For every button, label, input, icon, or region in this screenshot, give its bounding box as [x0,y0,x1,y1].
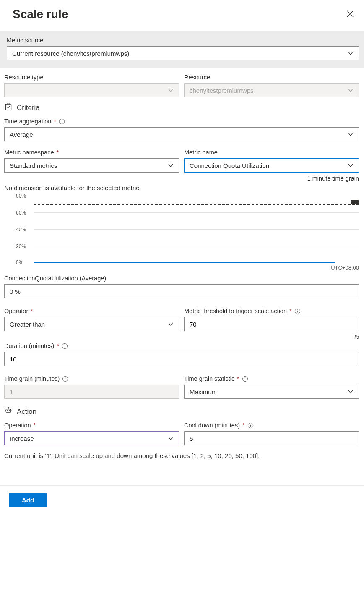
svg-rect-19 [6,409,11,413]
time-aggregation-value: Average [10,131,348,138]
operator-dropdown[interactable]: Greater than [4,317,179,331]
metric-namespace-dropdown[interactable]: Standard metrics [4,158,179,173]
duration-label: Duration (minutes)* [4,343,359,349]
chevron-down-icon [168,87,174,93]
metric-source-label: Metric source [7,37,359,44]
info-icon[interactable] [62,343,68,349]
chevron-down-icon [168,162,174,168]
action-icon [4,406,13,417]
operation-value: Increase [10,435,168,442]
chart-data-line [34,262,335,263]
time-grain-statistic-dropdown[interactable]: Maximum [184,385,359,399]
chart-ytick: 60% [16,210,26,216]
resource-value: chenyltestpremiumwps [190,87,348,94]
metric-source-value: Current resource (chenyltestpremiumwps) [12,50,348,57]
resource-type-label: Resource type [4,74,179,81]
chevron-down-icon [348,131,354,137]
svg-point-23 [9,410,10,411]
chevron-down-icon [348,87,354,93]
metric-namespace-label: Metric namespace* [4,149,179,156]
svg-point-9 [297,309,298,310]
cooldown-input[interactable] [184,431,359,445]
criteria-heading: Criteria [4,102,359,113]
current-value-label: ConnectionQuotaUtilization (Average) [4,275,359,282]
chart-ytick: 80% [16,193,26,199]
no-dimension-text: No dimension is available for the select… [4,184,359,191]
page-title: Scale rule [13,8,68,21]
close-icon [346,13,354,19]
metric-namespace-value: Standard metrics [10,162,168,169]
time-grain-label: Time grain (minutes) [4,375,179,382]
chart-ytick: 0% [16,259,23,265]
info-icon[interactable] [294,308,301,314]
operator-label: Operator* [4,308,179,314]
chevron-down-icon [348,50,354,56]
svg-point-28 [250,424,251,424]
unit-info-text: Current unit is '1'; Unit can scale up a… [4,452,359,459]
threshold-label: Metric threshold to trigger scale action… [184,308,359,314]
metric-name-hint: 1 minute time grain [184,175,359,182]
threshold-unit: % [184,333,359,340]
action-heading: Action [4,406,359,417]
cooldown-label: Cool down (minutes)* [184,422,359,429]
metric-name-value: Connection Quota Utilization [190,162,348,169]
svg-point-15 [65,377,65,377]
info-icon[interactable] [62,376,68,382]
current-value-display: 0 % [4,284,359,298]
chevron-down-icon [168,321,174,327]
resource-label: Resource [184,74,359,81]
metric-source-dropdown[interactable]: Current resource (chenyltestpremiumwps) [7,46,359,60]
svg-point-18 [245,377,245,377]
time-aggregation-label: Time aggregation* [4,118,359,125]
info-icon[interactable] [242,376,248,382]
metric-name-dropdown[interactable]: Connection Quota Utilization [184,158,359,173]
time-aggregation-dropdown[interactable]: Average [4,127,359,141]
chart-ytick: 40% [16,227,26,233]
time-grain-statistic-value: Maximum [190,388,348,395]
svg-point-6 [62,120,62,120]
operation-label: Operation* [4,422,179,429]
duration-input[interactable] [4,352,359,366]
chevron-down-icon [168,435,174,441]
operation-dropdown[interactable]: Increase [4,431,179,445]
info-icon[interactable] [247,422,254,429]
resource-dropdown: chenyltestpremiumwps [184,83,359,97]
time-grain-input [4,385,179,399]
time-grain-statistic-label: Time grain statistic* [184,375,359,382]
info-icon[interactable] [59,118,65,125]
chart-timezone: UTC+08:00 [12,264,359,271]
svg-point-12 [65,344,65,345]
add-button[interactable]: Add [9,493,47,507]
resource-type-dropdown [4,83,179,97]
metric-chart: 80% 60% 40% 20% 0% UTC+08:00 [12,196,359,271]
chevron-down-icon [348,162,354,168]
chart-threshold-marker [351,200,359,204]
threshold-input[interactable] [184,317,359,331]
criteria-icon [4,102,13,113]
chart-threshold-line [34,204,359,205]
metric-name-label: Metric name [184,149,359,156]
close-button[interactable] [345,8,356,21]
svg-point-22 [7,410,8,411]
chart-ytick: 20% [16,243,26,249]
chevron-down-icon [348,389,354,395]
operator-value: Greater than [10,321,168,328]
svg-point-25 [8,408,9,408]
